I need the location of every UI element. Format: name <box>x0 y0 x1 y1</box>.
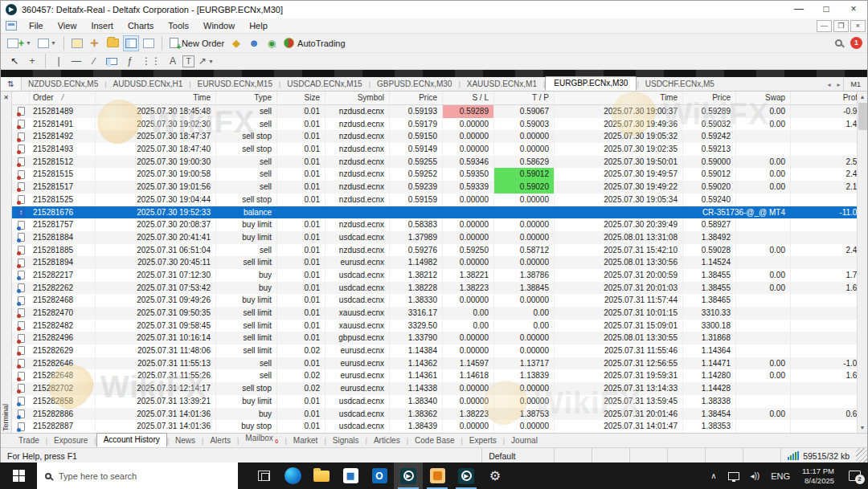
table-row[interactable]: 2152826462025.07.31 11:55:13sell0.01euru… <box>12 357 867 370</box>
arrows-tool-button[interactable]: ↗▼ <box>196 53 216 69</box>
menu-item-charts[interactable]: Charts <box>121 19 161 32</box>
vertical-scrollbar[interactable]: ▲ ▼ <box>857 92 867 433</box>
volume-icon[interactable]: ◂)) <box>745 463 766 489</box>
column-header-type[interactable]: Type <box>216 92 277 104</box>
terminal-tab-experts[interactable]: Experts <box>463 434 503 447</box>
table-row[interactable]: 2152818852025.07.31 06:51:04sell0.01nzdu… <box>12 244 867 257</box>
settings-button[interactable]: ⚙ <box>481 463 510 489</box>
tab-scroll-left-icon[interactable]: ◂ <box>824 81 833 91</box>
search-icon[interactable] <box>835 39 842 47</box>
tray-expand-icon[interactable]: ∧ <box>705 463 722 489</box>
chart-tab-5[interactable]: GBPUSD.ECNx,M30 <box>371 78 458 91</box>
start-button[interactable] <box>0 463 37 489</box>
menu-item-view[interactable]: View <box>51 19 84 32</box>
new-chart-button[interactable]: +▼ <box>5 35 34 51</box>
display-tray-icon[interactable] <box>723 463 745 489</box>
notification-balloon-icon[interactable]: 1 <box>850 37 862 49</box>
market-watch-toggle[interactable] <box>123 35 139 51</box>
vertical-line-button[interactable]: | <box>51 53 67 69</box>
table-row[interactable]: 2152814922025.07.30 18:47:37sell stop0.0… <box>12 130 867 143</box>
column-header-symbol[interactable]: Symbol <box>326 92 390 104</box>
table-row[interactable]: 2152824822025.07.31 09:58:45sell limit0.… <box>12 320 867 332</box>
column-header-close-price[interactable]: Price <box>683 92 736 104</box>
chart-tab-7[interactable]: EURGBP.ECNx,M30 <box>545 76 637 91</box>
terminal-tab-market[interactable]: Market <box>287 434 325 447</box>
strategy-tester-button[interactable]: ◉ <box>264 35 280 51</box>
table-row[interactable]: 2152817572025.07.30 20:08:37buy limit0.0… <box>12 218 867 231</box>
table-row[interactable]: 2152828582025.07.31 13:39:21buy limit0.0… <box>12 395 867 408</box>
table-row[interactable]: 2152828862025.07.31 14:01:36buy0.01usdca… <box>12 408 867 421</box>
task-view-button[interactable] <box>249 463 278 489</box>
outlook-button[interactable]: O <box>365 463 394 489</box>
column-header-size[interactable]: Size <box>277 92 326 104</box>
table-row[interactable]: 2152814932025.07.30 18:47:40sell stop0.0… <box>12 143 867 156</box>
scrollbar-thumb[interactable] <box>858 103 867 130</box>
column-header-close-time[interactable]: Time <box>555 92 683 104</box>
menu-item-tools[interactable]: Tools <box>161 19 196 32</box>
terminal-tab-news[interactable]: News <box>169 434 202 447</box>
profiles-button[interactable] <box>69 35 85 51</box>
scroll-up-icon[interactable]: ▲ <box>858 92 867 102</box>
chart-tab-4[interactable]: USDCAD.ECNx,M15 <box>280 78 368 91</box>
table-row[interactable]: 2152826292025.07.31 11:48:06sell limit0.… <box>12 344 867 357</box>
crosshair-tool-button[interactable]: + <box>24 53 40 69</box>
terminal-tab-signals[interactable]: Signals <box>326 434 366 447</box>
table-row[interactable]: 2152815152025.07.30 19:00:58sell0.01nzdu… <box>12 168 867 181</box>
terminal-tab-articles[interactable]: Articles <box>367 434 407 447</box>
orange-app-button[interactable] <box>423 463 452 489</box>
table-row[interactable]: 2152815172025.07.30 19:01:56sell0.01nzdu… <box>12 181 867 194</box>
autotrading-button[interactable]: AutoTrading <box>281 35 348 51</box>
mdi-close-button[interactable]: × <box>850 20 866 32</box>
grid-button[interactable]: ⋮⋮ <box>139 53 163 69</box>
terminal-close-icon[interactable]: ✕ <box>1 92 11 101</box>
language-indicator[interactable]: ENG <box>765 463 796 489</box>
mt4-taskbar-button[interactable]: ▶ <box>394 463 423 489</box>
chart-tab-1[interactable]: NZDUSD.ECNx,M5 <box>22 78 104 91</box>
table-row[interactable]: 2152824962025.07.31 10:16:14sell limit0.… <box>12 332 867 344</box>
horizontal-line-button[interactable]: — <box>68 53 84 69</box>
column-header-open-price[interactable]: Price <box>390 92 443 104</box>
column-header-sl[interactable]: S / L <box>443 92 494 104</box>
mdi-minimize-button[interactable]: — <box>817 20 832 32</box>
table-row[interactable]: 2152822172025.07.31 07:12:30buy0.01usdca… <box>12 269 867 282</box>
history-center-button[interactable] <box>104 35 121 51</box>
mt4-secondary-button[interactable]: ▶ <box>452 463 481 489</box>
fibonacci-button[interactable]: ƒ <box>121 53 137 69</box>
table-row[interactable]: 2152826482025.07.31 11:55:26sell0.02euru… <box>12 369 867 382</box>
minimize-button[interactable]: — <box>785 1 813 18</box>
table-row[interactable]: 2152815252025.07.30 19:04:44sell stop0.0… <box>12 194 867 206</box>
status-profile[interactable]: Default <box>481 448 554 463</box>
column-header-tp[interactable]: T / P <box>494 92 555 104</box>
chart-tab-3[interactable]: EURUSD.ECNx,M15 <box>191 78 279 91</box>
maximize-button[interactable]: □ <box>813 1 840 18</box>
new-order-button[interactable]: + New Order <box>167 35 227 51</box>
column-header-profit[interactable]: Profit <box>791 92 867 104</box>
column-header-order[interactable]: Order/ <box>30 92 96 104</box>
terminal-tab-exposure[interactable]: Exposure <box>47 434 94 447</box>
column-header-swap[interactable]: Swap <box>736 92 791 104</box>
terminal-button[interactable]: ☻ <box>246 35 262 51</box>
chart-tab-2[interactable]: AUDUSD.ECNx,H1 <box>107 78 190 91</box>
navigator-button[interactable]: ✛ <box>87 35 103 51</box>
terminal-tab-mailbox[interactable]: Mailbox 6 <box>239 432 285 447</box>
table-row[interactable]: 2152827022025.07.31 12:14:17sell stop0.0… <box>12 382 867 395</box>
terminal-tab-trade[interactable]: Trade <box>12 434 46 447</box>
table-row[interactable]: 2152824702025.07.31 09:50:35sell limit0.… <box>12 307 867 320</box>
file-explorer-button[interactable] <box>307 463 336 489</box>
menu-item-window[interactable]: Window <box>196 19 242 32</box>
text-tool-button[interactable]: A <box>165 53 181 69</box>
menu-item-help[interactable]: Help <box>242 19 275 32</box>
terminal-tab-alerts[interactable]: Alerts <box>203 434 237 447</box>
chart-tab-6[interactable]: XAUUSD.ECNx,M1 <box>461 78 543 91</box>
table-row[interactable]: ↕2152816762025.07.30 19:52:33balanceCR-3… <box>12 206 867 219</box>
mdi-restore-button[interactable]: ❐ <box>833 20 849 32</box>
data-window-button[interactable] <box>141 35 157 51</box>
table-row[interactable]: 2152814912025.07.30 19:02:30sell0.01nzdu… <box>12 118 867 131</box>
trendline-button[interactable]: ∕ <box>86 53 102 69</box>
table-row[interactable]: 2152815122025.07.30 19:00:30sell0.01nzdu… <box>12 156 867 169</box>
period-indicator[interactable]: M1 <box>843 78 867 91</box>
resize-grip[interactable] <box>856 448 867 463</box>
chart-tab-8[interactable]: USDCHF.ECNx,M5 <box>639 78 721 91</box>
window-layout-button[interactable]: ▼ <box>35 35 59 51</box>
menu-item-insert[interactable]: Insert <box>84 19 121 32</box>
